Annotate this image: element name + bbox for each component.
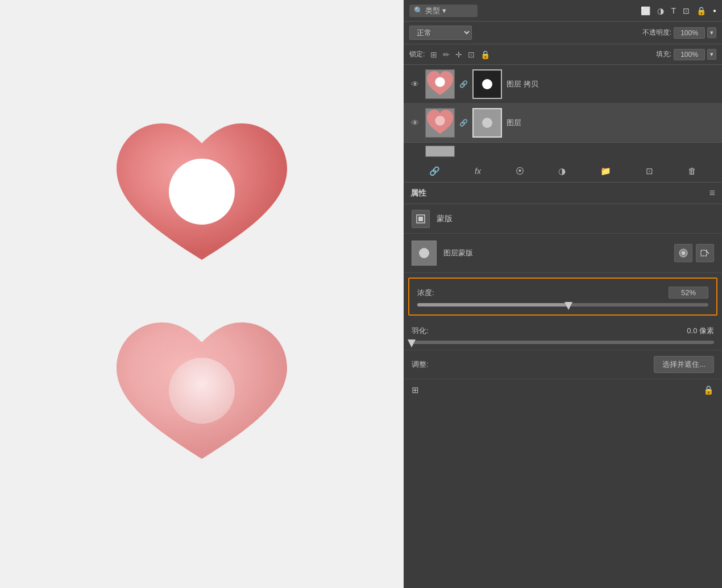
heart-bottom xyxy=(111,311,293,476)
layer-name-copy: 图层 拷贝 xyxy=(507,79,716,89)
layer-mask-name: 图层蒙版 xyxy=(443,248,667,258)
blend-mode-row: 正常 不透明度: ▾ xyxy=(404,22,722,44)
chain-icon: 🔗 xyxy=(459,119,468,127)
toolbar-icons: ⬜ ◑ T ⊡ 🔒 ● xyxy=(641,6,716,15)
apply-mask-icon xyxy=(678,248,688,258)
transform-icon[interactable]: ⊡ xyxy=(468,50,475,59)
canvas-area xyxy=(0,0,404,588)
lock-icon[interactable]: 🔒 xyxy=(696,6,706,15)
layer-mask-preview-inner xyxy=(419,248,429,258)
bottom-icon-2[interactable]: 🔒 xyxy=(703,385,714,395)
top-toolbar: 🔍 类型 ▾ ⬜ ◑ T ⊡ 🔒 ● xyxy=(404,0,722,22)
density-row: 浓度: 52% xyxy=(417,287,708,299)
layer-mask-thumb xyxy=(472,108,502,138)
density-slider-fill xyxy=(417,303,569,307)
layer-partial xyxy=(404,143,722,160)
layer-mask-buttons xyxy=(674,244,714,262)
padlock-icon[interactable]: 🔒 xyxy=(480,50,490,59)
move-icon[interactable]: ✛ xyxy=(455,50,462,59)
right-panel: 🔍 类型 ▾ ⬜ ◑ T ⊡ 🔒 ● 正常 不透明度: ▾ 锁定: ⊞ ✏ ✛ … xyxy=(404,0,722,588)
density-label: 浓度: xyxy=(417,288,434,298)
fill-label: 填充: xyxy=(656,49,671,59)
search-label: 类型 xyxy=(425,6,440,16)
layer-name: 图层 xyxy=(507,118,716,128)
search-bar[interactable]: 🔍 类型 ▾ xyxy=(409,5,478,17)
search-dropdown[interactable]: ▾ xyxy=(442,6,446,15)
svg-line-9 xyxy=(706,250,709,254)
heart-top xyxy=(111,112,293,277)
adjust-section: 调整: 选择并遮住... xyxy=(404,350,722,379)
properties-title: 属性 xyxy=(410,188,426,198)
layer-mask-preview xyxy=(412,241,437,266)
svg-rect-5 xyxy=(418,217,423,221)
blend-mode-select[interactable]: 正常 xyxy=(409,26,472,40)
properties-menu-icon[interactable]: ≡ xyxy=(709,187,715,199)
thumb-heart-copy xyxy=(426,69,454,99)
lock-row: 锁定: ⊞ ✏ ✛ ⊡ 🔒 填充: ▾ xyxy=(404,44,722,65)
circle-half-icon[interactable]: ◑ xyxy=(657,6,664,15)
trash-tool-icon[interactable]: 🗑 xyxy=(688,166,696,176)
crop-icon[interactable]: ⊡ xyxy=(683,6,690,15)
dot-icon: ● xyxy=(713,7,716,14)
opacity-group: 不透明度: ▾ xyxy=(642,27,716,39)
bottom-icons-row: ⊞ 🔒 xyxy=(404,379,722,401)
circle-record-icon[interactable]: ⦿ xyxy=(516,166,524,176)
density-value[interactable]: 52% xyxy=(669,287,708,299)
select-mask-icon xyxy=(700,248,710,258)
fx-tool-icon[interactable]: fx xyxy=(475,167,481,176)
opacity-input[interactable] xyxy=(674,27,705,39)
select-mask-btn[interactable] xyxy=(696,244,714,262)
thumb-heart xyxy=(426,108,454,138)
layer-bottom-toolbar: 🔗 fx ⦿ ◑ 📁 ⊡ 🗑 xyxy=(404,160,722,183)
opacity-label: 不透明度: xyxy=(642,28,671,38)
fill-group: 填充: ▾ xyxy=(656,49,716,60)
partial-thumb xyxy=(425,146,455,157)
layer-item[interactable]: 👁 🔗 图层 xyxy=(404,103,722,142)
select-and-mask-button[interactable]: 选择并遮住... xyxy=(654,356,714,373)
layer-item-copy[interactable]: 👁 🔗 图层 拷贝 xyxy=(404,65,722,103)
properties-panel: 属性 ≡ 蒙版 图层蒙版 xyxy=(404,183,722,588)
svg-point-2 xyxy=(435,77,445,86)
feather-slider-thumb[interactable] xyxy=(408,339,416,347)
heart-top-container xyxy=(111,112,293,277)
feather-value: 0.0 像素 xyxy=(687,326,714,336)
visibility-icon-copy[interactable]: 👁 xyxy=(409,80,421,89)
search-icon: 🔍 xyxy=(414,6,423,15)
density-slider-track[interactable] xyxy=(417,303,708,307)
layer-thumb-copy xyxy=(425,69,455,99)
properties-header: 属性 ≡ xyxy=(404,183,722,204)
image-icon[interactable]: ⬜ xyxy=(641,6,650,15)
svg-point-1 xyxy=(169,358,235,424)
fill-input[interactable] xyxy=(674,49,705,60)
checker-icon[interactable]: ⊞ xyxy=(430,50,437,59)
apply-mask-btn[interactable] xyxy=(674,244,692,262)
layer-mask-thumb-copy xyxy=(472,69,502,99)
link-tool-icon[interactable]: 🔗 xyxy=(429,166,440,176)
circle-half-tool-icon[interactable]: ◑ xyxy=(558,166,566,176)
mask-type-label: 蒙版 xyxy=(437,214,453,224)
mask-square-tool-icon[interactable]: ⊡ xyxy=(646,166,653,176)
visibility-icon[interactable]: 👁 xyxy=(409,118,421,127)
text-icon[interactable]: T xyxy=(671,6,676,15)
feather-slider-track[interactable] xyxy=(412,341,714,344)
pixel-mask-btn[interactable] xyxy=(412,210,430,228)
svg-point-3 xyxy=(435,115,445,125)
feather-row: 羽化: 0.0 像素 xyxy=(412,326,714,336)
chain-icon-copy: 🔗 xyxy=(459,80,468,88)
mask-type-row: 蒙版 xyxy=(404,204,722,234)
pixel-mask-icon xyxy=(416,214,426,224)
layer-mask-section: 图层蒙版 xyxy=(404,234,722,273)
lock-label: 锁定: xyxy=(409,49,425,59)
heart-bottom-container xyxy=(111,311,293,476)
folder-tool-icon[interactable]: 📁 xyxy=(600,166,611,176)
opacity-dropdown[interactable]: ▾ xyxy=(707,27,716,38)
layer-thumb xyxy=(425,108,455,138)
feather-section: 羽化: 0.0 像素 xyxy=(404,320,722,350)
brush-icon[interactable]: ✏ xyxy=(443,50,450,59)
feather-label: 羽化: xyxy=(412,326,429,336)
bottom-icon-1[interactable]: ⊞ xyxy=(412,385,419,395)
svg-point-7 xyxy=(682,251,685,255)
layers-list: 👁 🔗 图层 拷贝 👁 xyxy=(404,65,722,143)
fill-dropdown[interactable]: ▾ xyxy=(707,49,716,60)
adjust-label: 调整: xyxy=(412,359,429,370)
